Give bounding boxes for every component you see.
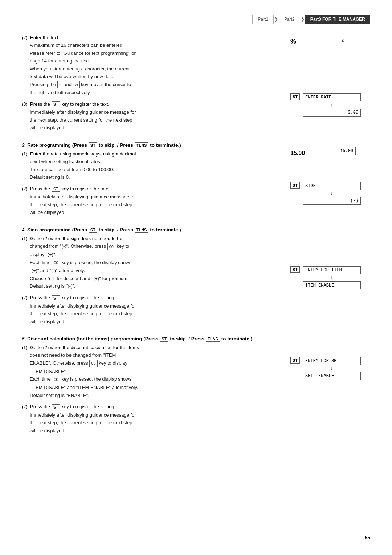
enter-rate-value-box: 0.00 [303, 109, 361, 117]
sign-arrow: ↓ [303, 190, 361, 197]
st-key-inline-4: ST [89, 227, 97, 233]
st-key-inline-3: ST [52, 186, 60, 192]
step-discount-1-body: does not need to be changed from "ITEM E… [22, 352, 276, 399]
sign-display-stack: SIGN ↓ (-) [303, 182, 361, 205]
st-key-display-4: ST [290, 357, 300, 364]
tlns-key-inline-2: TLNS [135, 227, 149, 233]
content-area: (2) Enter the text. A maximum of 16 char… [22, 35, 370, 445]
key-00-4: 00 [52, 376, 60, 384]
header-tabs: Part1 ❯ Part2 ❯ Part3 FOR THE MANAGER [252, 15, 370, 24]
key-00-3: 00 [89, 360, 97, 367]
chevron-icon-1: ❯ [274, 17, 278, 22]
tlns-key-inline-1: TLNS [135, 142, 149, 148]
step-sign-1-header: (1) Go to (2) when the sign does not nee… [22, 236, 276, 241]
entry-item-display-stack: ENTRY FOR ITEM ↓ ITEM ENABLE [303, 266, 361, 289]
section-sign-programming: 4. Sign programming (Press ST to skip. /… [22, 227, 276, 325]
st-key-display-1: ST [290, 93, 300, 100]
entry-for-item-label-box: ENTRY FOR ITEM [303, 266, 361, 274]
entry-sbtl-arrow: ↓ [303, 365, 361, 372]
st-key-inline-6: ST [160, 336, 168, 342]
tab-part1: Part1 [252, 15, 274, 24]
enter-rate-arrow: ↓ [303, 101, 361, 109]
rate-programming-title: 3. Rate programming (Press ST to skip. /… [22, 142, 276, 148]
rate-value-section: 15.00 15.00 [290, 147, 356, 157]
percent-display-box: % [300, 37, 347, 45]
sign-programming-title: 4. Sign programming (Press ST to skip. /… [22, 227, 276, 233]
entry-item-arrow: ↓ [303, 274, 361, 281]
key-00-2: 00 [52, 259, 60, 267]
enter-rate-label-box: ENTER RATE [303, 93, 361, 101]
step-rate-1: (1) Enter the rate using numeric keys, u… [22, 151, 276, 181]
section-rate-programming: 3. Rate programming (Press ST to skip. /… [22, 142, 276, 216]
percent-symbol: % [290, 38, 296, 45]
step-enter-text-3: (3) Press the ST key to register the tex… [22, 101, 276, 131]
step-sign-2-body: Immediately after displaying guidance me… [22, 303, 276, 325]
page: Part1 ❯ Part2 ❯ Part3 FOR THE MANAGER (2… [0, 0, 392, 555]
st-key-inline-1: ST [52, 101, 60, 107]
sbtl-enable-box: SBTL ENABLE [303, 372, 361, 380]
st-key-inline-7: ST [52, 404, 60, 410]
step-rate-1-body: point when setting fractional rates. The… [22, 158, 276, 181]
section-discount-calc: 5. Discount calculation (for the items) … [22, 336, 276, 434]
step-discount-2: (2) Press the ST key to register the set… [22, 404, 276, 434]
step-rate-2-body: Immediately after displaying guidance me… [22, 193, 276, 216]
page-number: 55 [364, 535, 370, 540]
sign-group: ST SIGN ↓ (-) [290, 182, 361, 205]
entry-item-group: ST ENTRY FOR ITEM ↓ ITEM ENABLE [290, 266, 361, 289]
entry-sbtl-display-stack: ENTRY FOR SBTL ↓ SBTL ENABLE [303, 357, 361, 380]
sign-label-box: SIGN [303, 182, 361, 190]
step-3-header: (3) Press the ST key to register the tex… [22, 101, 276, 108]
tab-part3: Part3 FOR THE MANAGER [305, 15, 370, 24]
st-key-inline-2: ST [89, 142, 97, 148]
step-sign-1-body: changed from "(-)". Otherwise, press 00 … [22, 243, 276, 290]
st-key-display-2: ST [290, 182, 300, 189]
header: Part1 ❯ Part2 ❯ Part3 FOR THE MANAGER [22, 15, 370, 24]
step-discount-2-body: Immediately after displaying guidance me… [22, 412, 276, 434]
tlns-key-inline-3: TLNS [206, 336, 220, 342]
entry-for-sbtl-label-box: ENTRY FOR SBTL [303, 357, 361, 365]
key-00-1: 00 [107, 243, 115, 251]
st-key-display-3: ST [290, 266, 300, 273]
st-key-inline-5: ST [52, 295, 60, 301]
sign-value-box: (-) [303, 197, 361, 205]
step-3-body: Immediately after displaying guidance me… [22, 109, 276, 131]
rate-value-label: 15.00 [290, 150, 305, 157]
rate-display-box: 15.00 [309, 147, 356, 155]
step-sign-2: (2) Press the ST key to register the set… [22, 295, 276, 325]
step-discount-1-header: (1) Go to (2) when the discount calculat… [22, 345, 276, 350]
percent-section: % % [290, 37, 347, 45]
step-enter-text-2: (2) Enter the text. A maximum of 16 char… [22, 35, 276, 96]
right-column: % % ST ENTER RATE ↓ 0.00 15.00 15.00 [290, 35, 370, 445]
entry-sbtl-group: ST ENTRY FOR SBTL ↓ SBTL ENABLE [290, 357, 361, 380]
cursor-left-key: ⊗ [73, 81, 80, 89]
step-rate-2-header: (2) Press the ST key to register the rat… [22, 186, 276, 192]
left-column: (2) Enter the text. A maximum of 16 char… [22, 35, 290, 445]
step-sign-2-header: (2) Press the ST key to register the set… [22, 295, 276, 301]
step-2-header: (2) Enter the text. [22, 35, 276, 40]
discount-calc-title: 5. Discount calculation (for the items) … [22, 336, 276, 342]
item-enable-box: ITEM ENABLE [303, 281, 361, 289]
step-discount-2-header: (2) Press the ST key to register the set… [22, 404, 276, 410]
step-rate-2: (2) Press the ST key to register the rat… [22, 186, 276, 216]
enter-rate-display-stack: ENTER RATE ↓ 0.00 [303, 93, 361, 117]
enter-rate-group: ST ENTER RATE ↓ 0.00 [290, 93, 361, 117]
step-discount-1: (1) Go to (2) when the discount calculat… [22, 345, 276, 399]
step-2-body: A maximum of 16 characters can be entere… [22, 42, 276, 96]
chevron-icon-2: ❯ [301, 17, 305, 22]
tab-part2: Part2 [279, 15, 300, 24]
section-enter-text: (2) Enter the text. A maximum of 16 char… [22, 35, 276, 131]
cursor-right-key: • [57, 81, 62, 89]
step-sign-1: (1) Go to (2) when the sign does not nee… [22, 236, 276, 290]
step-rate-1-header: (1) Enter the rate using numeric keys, u… [22, 151, 276, 157]
